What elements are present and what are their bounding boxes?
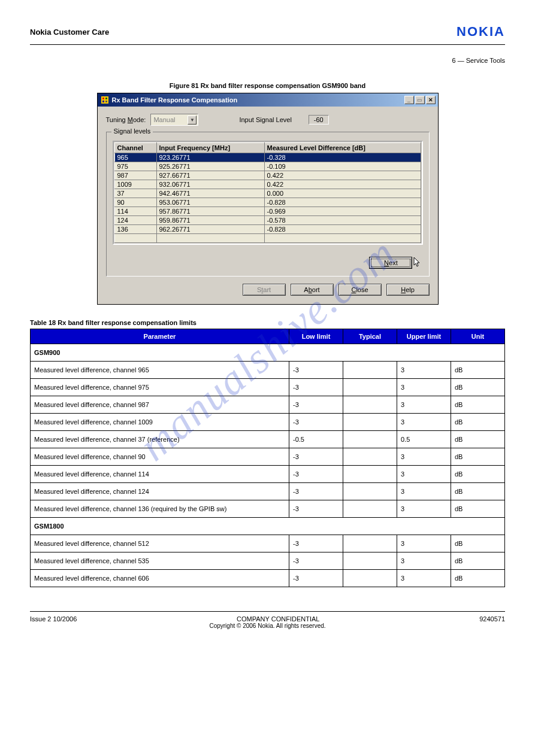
spec-col-param: Parameter [31, 329, 289, 344]
spec-col-unit: Unit [451, 329, 505, 344]
close-button[interactable]: ✕ [426, 96, 436, 104]
input-signal-label: Input Signal Level [239, 116, 291, 123]
svg-rect-0 [101, 96, 108, 104]
table-row: Measured level difference, channel 512-3… [31, 535, 505, 552]
copyright: Copyright © 2006 Nokia. All rights reser… [30, 623, 505, 629]
table-row[interactable]: 1009932.067710.422 [114, 180, 421, 189]
footer-left: Issue 2 10/2006 [30, 615, 77, 623]
table-row: Measured level difference, channel 124-3… [31, 483, 505, 500]
spec-col-typ: Typical [343, 329, 397, 344]
close-dialog-button[interactable]: Close [338, 284, 382, 296]
brand-logo: NOKIA [457, 24, 505, 40]
dialog-button-row: Start Abort Close Help [106, 284, 430, 296]
footer-right: 9240571 [479, 615, 505, 623]
tuning-mode-value: Manual [153, 116, 175, 123]
signal-levels-group: Signal levels Channel Input Frequency [M… [106, 132, 430, 277]
table-row: Measured level difference, channel 535-3… [31, 552, 505, 570]
page-footer: Issue 2 10/2006 COMPANY CONFIDENTIAL 924… [30, 612, 505, 623]
group-label: Signal levels [111, 127, 153, 135]
table-row: Measured level difference, channel 606-3… [31, 570, 505, 587]
app-icon [100, 95, 110, 105]
page-header: Nokia Customer Care NOKIA [30, 24, 505, 45]
input-signal-value: -60 [309, 115, 329, 125]
window-controls: _ ▭ ✕ [404, 96, 436, 104]
table-row: Measured level difference, channel 37 (r… [31, 431, 505, 448]
table-row [114, 234, 421, 243]
svg-rect-4 [105, 101, 107, 102]
table-row: Measured level difference, channel 1009-… [31, 414, 505, 431]
start-button: Start [243, 284, 286, 296]
table-row: Measured level difference, channel 114-3… [31, 466, 505, 483]
minimize-button[interactable]: _ [404, 96, 414, 104]
spec-col-low: Low limit [289, 329, 343, 344]
table-row: Measured level difference, channel 90-33… [31, 448, 505, 466]
table-row[interactable]: 124959.86771-0.578 [114, 216, 421, 225]
abort-button[interactable]: Abort [291, 284, 334, 296]
section-row: GSM1800 [31, 518, 505, 535]
titlebar[interactable]: Rx Band Filter Response Compensation _ ▭… [98, 93, 438, 107]
col-diff[interactable]: Measured Level Difference [dB] [264, 143, 421, 153]
table-row: Measured level difference, channel 965-3… [31, 362, 505, 379]
dialog-window: Rx Band Filter Response Compensation _ ▭… [97, 93, 439, 305]
tuning-mode-combo[interactable]: Manual ▼ [150, 114, 198, 126]
col-channel[interactable]: Channel [114, 143, 156, 153]
window-title: Rx Band Filter Response Compensation [112, 96, 238, 104]
section-row: GSM900 [31, 344, 505, 362]
table-row: Measured level difference, channel 136 (… [31, 500, 505, 518]
tuning-mode-label: Tuning Mode: [106, 116, 146, 123]
spec-table: Parameter Low limit Typical Upper limit … [30, 329, 505, 587]
table-row: Measured level difference, channel 987-3… [31, 396, 505, 414]
help-button[interactable]: Help [386, 284, 430, 296]
table-row[interactable]: 136962.26771-0.828 [114, 225, 421, 234]
signal-levels-table[interactable]: Channel Input Frequency [MHz] Measured L… [114, 142, 421, 243]
cursor-icon [413, 257, 422, 269]
maximize-button: ▭ [415, 96, 425, 104]
spec-col-upper: Upper limit [397, 329, 451, 344]
footer-center: COMPANY CONFIDENTIAL [77, 615, 479, 623]
subhead-text: 6 — Service Tools [452, 57, 505, 64]
svg-rect-2 [105, 98, 107, 99]
figure-caption: Figure 81 Rx band filter response compen… [30, 82, 505, 89]
col-frequency[interactable]: Input Frequency [MHz] [156, 143, 264, 153]
table-row[interactable]: 37942.467710.000 [114, 189, 421, 198]
chevron-down-icon[interactable]: ▼ [188, 116, 197, 125]
next-button[interactable]: Next [369, 257, 412, 269]
svg-rect-1 [102, 98, 104, 99]
table-row[interactable]: 90953.06771-0.828 [114, 198, 421, 207]
svg-rect-3 [102, 101, 104, 102]
section-subhead: 6 — Service Tools [30, 57, 505, 64]
table-row[interactable]: 987927.667710.422 [114, 171, 421, 180]
table-row[interactable]: 965923.26771-0.328 [114, 153, 421, 162]
table-caption: Table 18 Rx band filter response compens… [30, 319, 505, 326]
table-row[interactable]: 975925.26771-0.109 [114, 162, 421, 171]
table-row: Measured level difference, channel 975-3… [31, 379, 505, 396]
doc-title: Nokia Customer Care [30, 28, 109, 37]
table-row[interactable]: 114957.86771-0.969 [114, 207, 421, 216]
